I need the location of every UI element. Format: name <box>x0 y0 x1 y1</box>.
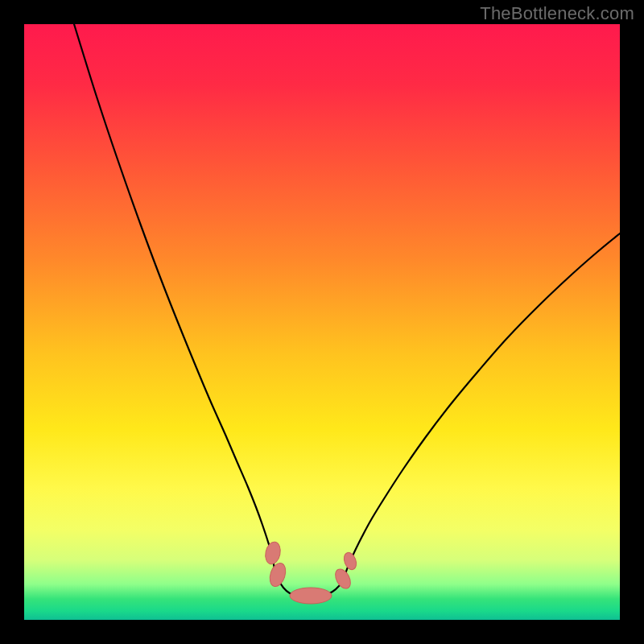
watermark-label: TheBottleneck.com <box>480 3 634 24</box>
chart-frame: TheBottleneck.com <box>0 0 644 644</box>
bottom-marker <box>290 588 332 604</box>
right-curve <box>314 233 620 597</box>
right-marker-lower <box>332 567 353 591</box>
left-curve <box>74 24 314 597</box>
left-marker-upper <box>263 540 282 565</box>
trough-markers <box>263 540 358 604</box>
plot-area <box>24 24 620 620</box>
right-marker-upper <box>342 551 359 571</box>
curves-layer <box>24 24 620 620</box>
left-marker-lower <box>267 561 288 588</box>
